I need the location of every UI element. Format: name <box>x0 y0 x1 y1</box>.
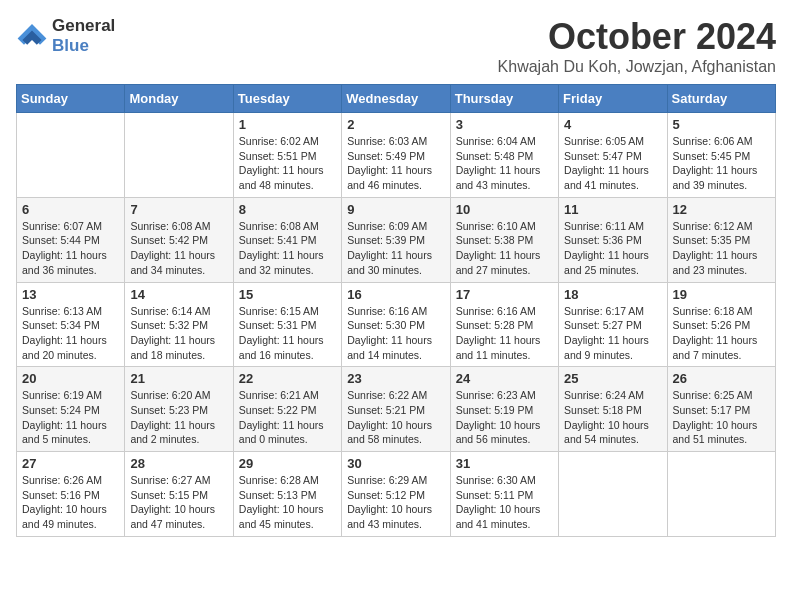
column-header-friday: Friday <box>559 85 667 113</box>
day-number: 31 <box>456 456 553 471</box>
day-info: Sunrise: 6:15 AM Sunset: 5:31 PM Dayligh… <box>239 304 336 363</box>
day-number: 9 <box>347 202 444 217</box>
calendar-header-row: SundayMondayTuesdayWednesdayThursdayFrid… <box>17 85 776 113</box>
day-info: Sunrise: 6:14 AM Sunset: 5:32 PM Dayligh… <box>130 304 227 363</box>
day-info: Sunrise: 6:02 AM Sunset: 5:51 PM Dayligh… <box>239 134 336 193</box>
day-info: Sunrise: 6:10 AM Sunset: 5:38 PM Dayligh… <box>456 219 553 278</box>
calendar-week-row: 13Sunrise: 6:13 AM Sunset: 5:34 PM Dayli… <box>17 282 776 367</box>
calendar-cell <box>125 113 233 198</box>
calendar-cell <box>559 452 667 537</box>
column-header-thursday: Thursday <box>450 85 558 113</box>
calendar-body: 1Sunrise: 6:02 AM Sunset: 5:51 PM Daylig… <box>17 113 776 537</box>
calendar-cell: 1Sunrise: 6:02 AM Sunset: 5:51 PM Daylig… <box>233 113 341 198</box>
column-header-monday: Monday <box>125 85 233 113</box>
calendar-cell: 19Sunrise: 6:18 AM Sunset: 5:26 PM Dayli… <box>667 282 775 367</box>
day-number: 29 <box>239 456 336 471</box>
calendar-cell: 12Sunrise: 6:12 AM Sunset: 5:35 PM Dayli… <box>667 197 775 282</box>
day-number: 18 <box>564 287 661 302</box>
calendar-cell: 9Sunrise: 6:09 AM Sunset: 5:39 PM Daylig… <box>342 197 450 282</box>
day-number: 19 <box>673 287 770 302</box>
day-info: Sunrise: 6:04 AM Sunset: 5:48 PM Dayligh… <box>456 134 553 193</box>
day-number: 25 <box>564 371 661 386</box>
day-number: 4 <box>564 117 661 132</box>
title-block: October 2024 Khwajah Du Koh, Jowzjan, Af… <box>498 16 776 76</box>
day-info: Sunrise: 6:30 AM Sunset: 5:11 PM Dayligh… <box>456 473 553 532</box>
day-number: 13 <box>22 287 119 302</box>
calendar-cell: 29Sunrise: 6:28 AM Sunset: 5:13 PM Dayli… <box>233 452 341 537</box>
day-info: Sunrise: 6:29 AM Sunset: 5:12 PM Dayligh… <box>347 473 444 532</box>
day-info: Sunrise: 6:16 AM Sunset: 5:30 PM Dayligh… <box>347 304 444 363</box>
logo-text-blue: Blue <box>52 36 115 56</box>
day-info: Sunrise: 6:23 AM Sunset: 5:19 PM Dayligh… <box>456 388 553 447</box>
day-info: Sunrise: 6:22 AM Sunset: 5:21 PM Dayligh… <box>347 388 444 447</box>
logo-icon <box>16 22 48 50</box>
calendar-cell: 28Sunrise: 6:27 AM Sunset: 5:15 PM Dayli… <box>125 452 233 537</box>
day-number: 22 <box>239 371 336 386</box>
day-number: 21 <box>130 371 227 386</box>
calendar-cell: 24Sunrise: 6:23 AM Sunset: 5:19 PM Dayli… <box>450 367 558 452</box>
calendar-cell <box>17 113 125 198</box>
day-info: Sunrise: 6:18 AM Sunset: 5:26 PM Dayligh… <box>673 304 770 363</box>
calendar-cell: 15Sunrise: 6:15 AM Sunset: 5:31 PM Dayli… <box>233 282 341 367</box>
logo-text-general: General <box>52 16 115 36</box>
calendar-cell: 21Sunrise: 6:20 AM Sunset: 5:23 PM Dayli… <box>125 367 233 452</box>
day-info: Sunrise: 6:12 AM Sunset: 5:35 PM Dayligh… <box>673 219 770 278</box>
day-number: 10 <box>456 202 553 217</box>
day-info: Sunrise: 6:11 AM Sunset: 5:36 PM Dayligh… <box>564 219 661 278</box>
day-number: 26 <box>673 371 770 386</box>
day-info: Sunrise: 6:20 AM Sunset: 5:23 PM Dayligh… <box>130 388 227 447</box>
day-number: 2 <box>347 117 444 132</box>
calendar-cell: 23Sunrise: 6:22 AM Sunset: 5:21 PM Dayli… <box>342 367 450 452</box>
calendar-cell: 17Sunrise: 6:16 AM Sunset: 5:28 PM Dayli… <box>450 282 558 367</box>
day-number: 15 <box>239 287 336 302</box>
day-info: Sunrise: 6:26 AM Sunset: 5:16 PM Dayligh… <box>22 473 119 532</box>
day-number: 7 <box>130 202 227 217</box>
calendar-cell: 16Sunrise: 6:16 AM Sunset: 5:30 PM Dayli… <box>342 282 450 367</box>
day-info: Sunrise: 6:16 AM Sunset: 5:28 PM Dayligh… <box>456 304 553 363</box>
calendar-week-row: 20Sunrise: 6:19 AM Sunset: 5:24 PM Dayli… <box>17 367 776 452</box>
calendar-cell: 31Sunrise: 6:30 AM Sunset: 5:11 PM Dayli… <box>450 452 558 537</box>
calendar-cell: 10Sunrise: 6:10 AM Sunset: 5:38 PM Dayli… <box>450 197 558 282</box>
logo: General Blue <box>16 16 115 56</box>
calendar-table: SundayMondayTuesdayWednesdayThursdayFrid… <box>16 84 776 537</box>
calendar-cell: 2Sunrise: 6:03 AM Sunset: 5:49 PM Daylig… <box>342 113 450 198</box>
day-info: Sunrise: 6:21 AM Sunset: 5:22 PM Dayligh… <box>239 388 336 447</box>
day-info: Sunrise: 6:08 AM Sunset: 5:41 PM Dayligh… <box>239 219 336 278</box>
day-info: Sunrise: 6:13 AM Sunset: 5:34 PM Dayligh… <box>22 304 119 363</box>
calendar-cell: 22Sunrise: 6:21 AM Sunset: 5:22 PM Dayli… <box>233 367 341 452</box>
day-number: 20 <box>22 371 119 386</box>
calendar-cell: 3Sunrise: 6:04 AM Sunset: 5:48 PM Daylig… <box>450 113 558 198</box>
day-info: Sunrise: 6:05 AM Sunset: 5:47 PM Dayligh… <box>564 134 661 193</box>
calendar-cell: 13Sunrise: 6:13 AM Sunset: 5:34 PM Dayli… <box>17 282 125 367</box>
day-number: 17 <box>456 287 553 302</box>
calendar-cell: 30Sunrise: 6:29 AM Sunset: 5:12 PM Dayli… <box>342 452 450 537</box>
day-number: 23 <box>347 371 444 386</box>
calendar-cell <box>667 452 775 537</box>
day-info: Sunrise: 6:17 AM Sunset: 5:27 PM Dayligh… <box>564 304 661 363</box>
day-info: Sunrise: 6:06 AM Sunset: 5:45 PM Dayligh… <box>673 134 770 193</box>
calendar-cell: 8Sunrise: 6:08 AM Sunset: 5:41 PM Daylig… <box>233 197 341 282</box>
day-number: 6 <box>22 202 119 217</box>
column-header-tuesday: Tuesday <box>233 85 341 113</box>
day-number: 24 <box>456 371 553 386</box>
day-number: 3 <box>456 117 553 132</box>
calendar-cell: 6Sunrise: 6:07 AM Sunset: 5:44 PM Daylig… <box>17 197 125 282</box>
calendar-cell: 14Sunrise: 6:14 AM Sunset: 5:32 PM Dayli… <box>125 282 233 367</box>
day-number: 8 <box>239 202 336 217</box>
day-info: Sunrise: 6:24 AM Sunset: 5:18 PM Dayligh… <box>564 388 661 447</box>
day-number: 14 <box>130 287 227 302</box>
calendar-cell: 11Sunrise: 6:11 AM Sunset: 5:36 PM Dayli… <box>559 197 667 282</box>
day-number: 27 <box>22 456 119 471</box>
day-number: 12 <box>673 202 770 217</box>
day-info: Sunrise: 6:27 AM Sunset: 5:15 PM Dayligh… <box>130 473 227 532</box>
calendar-cell: 26Sunrise: 6:25 AM Sunset: 5:17 PM Dayli… <box>667 367 775 452</box>
calendar-week-row: 1Sunrise: 6:02 AM Sunset: 5:51 PM Daylig… <box>17 113 776 198</box>
calendar-week-row: 6Sunrise: 6:07 AM Sunset: 5:44 PM Daylig… <box>17 197 776 282</box>
calendar-cell: 4Sunrise: 6:05 AM Sunset: 5:47 PM Daylig… <box>559 113 667 198</box>
day-number: 16 <box>347 287 444 302</box>
calendar-cell: 5Sunrise: 6:06 AM Sunset: 5:45 PM Daylig… <box>667 113 775 198</box>
location-title: Khwajah Du Koh, Jowzjan, Afghanistan <box>498 58 776 76</box>
day-number: 11 <box>564 202 661 217</box>
day-number: 1 <box>239 117 336 132</box>
calendar-cell: 18Sunrise: 6:17 AM Sunset: 5:27 PM Dayli… <box>559 282 667 367</box>
